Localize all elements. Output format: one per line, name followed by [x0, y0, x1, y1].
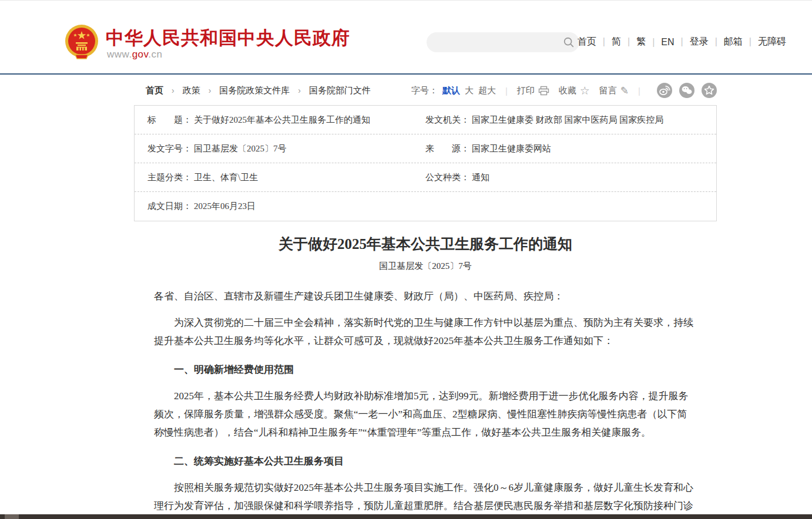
article-section-heading-1: 一、明确新增经费使用范围 — [154, 360, 697, 379]
pencil-icon: ✎ — [620, 86, 629, 96]
bottom-edge-bar — [0, 514, 812, 519]
article-paragraph: 为深入贯彻党的二十届三中全会精神，落实新时代党的卫生与健康工作方针中以基层为重点… — [154, 314, 697, 350]
page: 中华人民共和国中央人民政府 www.gov.cn 首页 简 繁 EN 登录 邮箱… — [0, 0, 812, 519]
star-badge-icon — [702, 83, 717, 98]
meta-value-title: 关于做好2025年基本公共卫生服务工作的通知 — [194, 114, 370, 126]
meta-label-category: 主题分类： — [147, 172, 192, 183]
site-url-suffix: .cn — [148, 49, 162, 60]
breadcrumb-policy-library[interactable]: 国务院政策文件库 — [200, 85, 290, 96]
meta-label-source: 来 源： — [425, 143, 469, 154]
meta-label-doc-type: 公文种类： — [425, 172, 469, 183]
meta-row-number-source: 发文字号： 国卫基层发〔2025〕7号 来 源： 国家卫生健康委网站 — [135, 134, 716, 163]
nav-accessibility[interactable]: 无障碍 — [743, 36, 786, 48]
favorite-label: 收藏 — [559, 85, 576, 96]
print-label: 打印 — [517, 85, 535, 96]
meta-value-source: 国家卫生健康委网站 — [472, 143, 551, 154]
national-emblem-icon — [65, 24, 99, 60]
site-url-gov: gov — [132, 49, 149, 60]
search-bar — [427, 32, 579, 52]
share-buttons — [650, 83, 717, 98]
site-url-prefix: www. — [107, 49, 132, 60]
font-size-label: 字号： — [411, 85, 438, 96]
article: 关于做好2025年基本公共卫生服务工作的通知 国卫基层发〔2025〕7号 各省、… — [134, 234, 717, 519]
article-salutation: 各省、自治区、直辖市及新疆生产建设兵团卫生健康委、财政厅（局）、中医药局、疾控局… — [154, 287, 697, 305]
bottom-edge-notch — [5, 514, 19, 519]
meta-label-title: 标 题： — [147, 114, 192, 126]
wechat-icon — [679, 83, 694, 98]
article-paragraph: 按照相关服务规范切实做好2025年基本公共卫生服务项目实施工作。强化0～6岁儿童… — [154, 478, 697, 519]
font-size-default[interactable]: 默认 — [442, 85, 460, 96]
site-url: www.gov.cn — [107, 49, 162, 60]
weibo-icon — [657, 83, 672, 98]
site-header: 中华人民共和国中央人民政府 www.gov.cn 首页 简 繁 EN 登录 邮箱… — [0, 1, 812, 74]
breadcrumb-department-docs[interactable]: 国务院部门文件 — [290, 85, 371, 96]
article-title: 关于做好2025年基本公共卫生服务工作的通知 — [134, 234, 717, 254]
search-icon — [563, 36, 575, 48]
share-favorite-badge-button[interactable] — [702, 83, 717, 98]
article-doc-number: 国卫基层发〔2025〕7号 — [134, 261, 717, 272]
meta-value-doc-number: 国卫基层发〔2025〕7号 — [194, 143, 287, 154]
comment-label: 留言 — [599, 85, 617, 96]
meta-row-date: 成文日期： 2025年06月23日 — [135, 192, 716, 221]
article-body: 各省、自治区、直辖市及新疆生产建设兵团卫生健康委、财政厅（局）、中医药局、疾控局… — [154, 287, 697, 519]
meta-value-date: 2025年06月23日 — [194, 201, 256, 212]
site-title: 中华人民共和国中央人民政府 — [106, 26, 350, 50]
toolbar-separator: | — [505, 86, 508, 96]
article-section-heading-2: 二、统筹实施好基本公共卫生服务项目 — [154, 452, 697, 470]
search-button[interactable] — [558, 32, 579, 52]
comment-button[interactable]: 留言 ✎ — [599, 85, 629, 96]
toolbar-separator: | — [638, 86, 640, 96]
meta-value-category: 卫生、体育\卫生 — [194, 172, 258, 183]
nav-home[interactable]: 首页 — [578, 36, 596, 48]
nav-english[interactable]: EN — [646, 37, 674, 48]
search-input[interactable] — [427, 38, 558, 47]
crumb-toolbar-row: 首页 政策 国务院政策文件库 国务院部门文件 字号： 默认 大 超大 | 打印 — [134, 83, 717, 98]
breadcrumb-policy[interactable]: 政策 — [163, 85, 200, 96]
meta-label-date: 成文日期： — [147, 201, 192, 212]
article-toolbar: 字号： 默认 大 超大 | 打印 收藏 ☆ — [411, 83, 717, 98]
nav-mail[interactable]: 邮箱 — [709, 36, 743, 48]
font-size-large[interactable]: 大 — [465, 85, 474, 96]
document-meta-table: 标 题： 关于做好2025年基本公共卫生服务工作的通知 发文机关： 国家卫生健康… — [134, 105, 717, 221]
top-nav: 首页 简 繁 EN 登录 邮箱 无障碍 — [578, 36, 786, 48]
font-size-xlarge[interactable]: 超大 — [478, 85, 496, 96]
breadcrumb: 首页 政策 国务院政策文件库 国务院部门文件 — [146, 85, 371, 96]
article-paragraph: 2025年，基本公共卫生服务经费人均财政补助标准增加5元，达到99元。新增经费用… — [154, 387, 697, 442]
meta-row-category-type: 主题分类： 卫生、体育\卫生 公文种类： 通知 — [135, 163, 716, 192]
meta-label-agency: 发文机关： — [425, 114, 469, 126]
printer-icon — [538, 86, 549, 96]
breadcrumb-home[interactable]: 首页 — [146, 85, 163, 96]
favorite-button[interactable]: 收藏 ☆ — [559, 85, 590, 96]
print-button[interactable]: 打印 — [517, 85, 549, 96]
meta-label-doc-number: 发文字号： — [147, 143, 192, 154]
share-wechat-button[interactable] — [679, 83, 694, 98]
main-content: 首页 政策 国务院政策文件库 国务院部门文件 字号： 默认 大 超大 | 打印 — [134, 75, 717, 519]
nav-login[interactable]: 登录 — [675, 36, 709, 48]
meta-row-title-agency: 标 题： 关于做好2025年基本公共卫生服务工作的通知 发文机关： 国家卫生健康… — [135, 106, 716, 134]
share-weibo-button[interactable] — [657, 83, 672, 98]
meta-value-agency: 国家卫生健康委 财政部 国家中医药局 国家疾控局 — [472, 114, 663, 126]
nav-traditional[interactable]: 繁 — [621, 36, 646, 48]
meta-value-doc-type: 通知 — [472, 172, 489, 183]
star-icon: ☆ — [580, 85, 590, 96]
nav-simplified[interactable]: 简 — [596, 36, 621, 48]
